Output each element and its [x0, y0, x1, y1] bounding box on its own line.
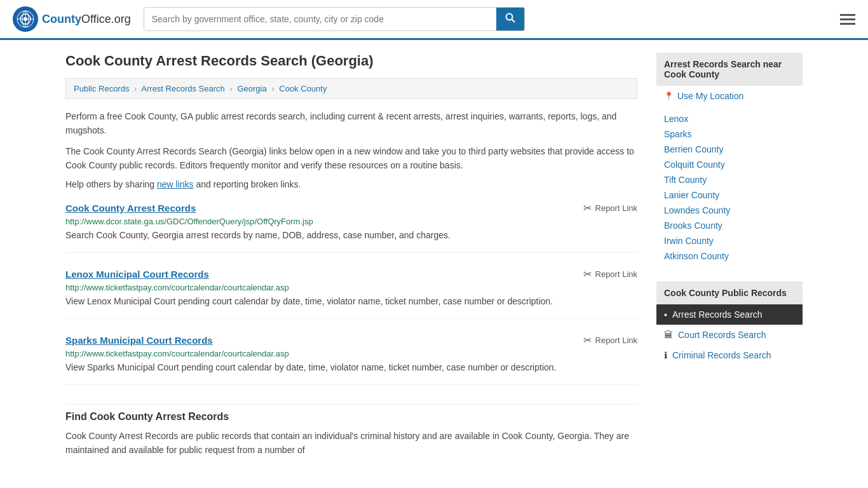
record-item: Lenox Municipal Court Records ✂ Report L…: [65, 268, 637, 319]
record-desc-2: View Sparks Municipal Court pending cour…: [65, 361, 637, 374]
record-url-0[interactable]: http://www.dcor.state.ga.us/GDC/Offender…: [65, 217, 637, 226]
nearby-link-item: Berrien County: [656, 142, 803, 157]
description-1: Perform a free Cook County, GA public ar…: [65, 109, 637, 138]
main-content: Cook County Arrest Records Search (Georg…: [65, 53, 637, 457]
pr-link-1[interactable]: Court Records Search: [678, 330, 766, 340]
nearby-link-item: Colquitt County: [656, 157, 803, 172]
main-layout: Cook County Arrest Records Search (Georg…: [53, 40, 815, 470]
nearby-link-8[interactable]: Irwin County: [664, 236, 714, 246]
nearby-links-list: LenoxSparksBerrien CountyColquitt County…: [656, 106, 803, 269]
nearby-link-item: Sparks: [656, 126, 803, 142]
nearby-link-item: Lowndes County: [656, 203, 803, 218]
breadcrumb-arrest-records[interactable]: Arrest Records Search: [141, 84, 225, 93]
breadcrumb-georgia[interactable]: Georgia: [237, 84, 266, 93]
record-desc-1: View Lenox Municipal Court pending court…: [65, 295, 637, 308]
sidebar: Arrest Records Search near Cook County 📍…: [656, 53, 803, 457]
use-location-label: Use My Location: [677, 91, 743, 101]
nearby-link-7[interactable]: Brooks County: [664, 220, 722, 231]
report-label-2: Report Link: [595, 336, 637, 345]
pr-icon-0: ▪: [664, 309, 667, 320]
menu-button[interactable]: [840, 14, 855, 25]
record-item: Cook County Arrest Records ✂ Report Link…: [65, 202, 637, 253]
nearby-link-item: Irwin County: [656, 233, 803, 248]
find-desc: Cook County Arrest Records are public re…: [65, 429, 637, 458]
page-title: Cook County Arrest Records Search (Georg…: [65, 53, 637, 69]
breadcrumb: Public Records › Arrest Records Search ›…: [65, 78, 637, 99]
nearby-link-6[interactable]: Lowndes County: [664, 205, 730, 215]
help-text: Help others by sharing new links and rep…: [65, 179, 637, 189]
nearby-link-0[interactable]: Lenox: [664, 114, 688, 124]
svg-point-5: [24, 17, 27, 21]
report-icon-1: ✂: [583, 268, 592, 280]
record-title-2[interactable]: Sparks Municipal Court Records: [65, 335, 213, 346]
record-url-1[interactable]: http://www.ticketfastpay.com/courtcalend…: [65, 283, 637, 292]
sidebar-pr-title: Cook County Public Records: [656, 281, 803, 304]
pr-item-2[interactable]: ℹ Criminal Records Search: [656, 345, 803, 365]
record-title-1[interactable]: Lenox Municipal Court Records: [65, 269, 209, 280]
pr-icon-2: ℹ: [664, 350, 667, 360]
nearby-link-item: Brooks County: [656, 218, 803, 233]
search-bar: [144, 7, 525, 31]
new-links[interactable]: new links: [157, 179, 194, 189]
nearby-link-item: Lanier County: [656, 187, 803, 203]
nearby-link-5[interactable]: Lanier County: [664, 190, 719, 200]
description-2: The Cook County Arrest Records Search (G…: [65, 144, 637, 173]
site-header: CountyOffice.org: [0, 0, 868, 40]
breadcrumb-sep-3: ›: [271, 84, 274, 93]
nearby-link-item: Atkinson County: [656, 248, 803, 264]
search-input[interactable]: [144, 8, 496, 30]
pr-item-1[interactable]: 🏛 Court Records Search: [656, 325, 803, 345]
nearby-link-4[interactable]: Tift County: [664, 175, 707, 185]
nearby-link-item: Lenox: [656, 111, 803, 126]
nearby-link-9[interactable]: Atkinson County: [664, 251, 729, 261]
pr-link-0[interactable]: Arrest Records Search: [672, 309, 763, 320]
logo-icon: [13, 6, 38, 32]
nearby-link-1[interactable]: Sparks: [664, 129, 692, 139]
pr-items-list: ▪ Arrest Records Search 🏛 Court Records …: [656, 304, 803, 365]
pr-link-2[interactable]: Criminal Records Search: [672, 350, 771, 360]
report-link-button-1[interactable]: ✂ Report Link: [583, 268, 637, 280]
pr-item-0[interactable]: ▪ Arrest Records Search: [656, 304, 803, 325]
record-header: Cook County Arrest Records ✂ Report Link: [65, 202, 637, 214]
report-link-button-0[interactable]: ✂ Report Link: [583, 202, 637, 214]
logo-text: CountyOffice.org: [42, 13, 131, 26]
record-header: Sparks Municipal Court Records ✂ Report …: [65, 334, 637, 346]
site-logo[interactable]: CountyOffice.org: [13, 6, 131, 32]
report-label-1: Report Link: [595, 269, 637, 279]
record-title-0[interactable]: Cook County Arrest Records: [65, 203, 196, 214]
svg-point-6: [506, 14, 512, 20]
use-my-location[interactable]: 📍 Use My Location: [656, 86, 803, 106]
sidebar-public-records: Cook County Public Records ▪ Arrest Reco…: [656, 281, 803, 365]
record-url-2[interactable]: http://www.ticketfastpay.com/courtcalend…: [65, 349, 637, 358]
pr-icon-1: 🏛: [664, 330, 673, 340]
breadcrumb-sep-2: ›: [229, 84, 232, 93]
records-list: Cook County Arrest Records ✂ Report Link…: [65, 202, 637, 385]
breadcrumb-cook-county[interactable]: Cook County: [279, 84, 327, 93]
find-title: Find Cook County Arrest Records: [65, 404, 637, 423]
record-header: Lenox Municipal Court Records ✂ Report L…: [65, 268, 637, 280]
report-label-0: Report Link: [595, 203, 637, 213]
record-item: Sparks Municipal Court Records ✂ Report …: [65, 334, 637, 385]
sidebar-arrest-records-near: Arrest Records Search near Cook County 📍…: [656, 53, 803, 269]
breadcrumb-public-records[interactable]: Public Records: [74, 84, 129, 93]
nearby-link-3[interactable]: Colquitt County: [664, 159, 725, 170]
find-section: Find Cook County Arrest Records Cook Cou…: [65, 404, 637, 458]
sidebar-arrest-title: Arrest Records Search near Cook County: [656, 53, 803, 86]
svg-line-7: [512, 20, 515, 23]
location-icon: 📍: [664, 92, 674, 100]
search-button[interactable]: [496, 8, 524, 30]
report-icon-2: ✂: [583, 334, 592, 346]
nearby-link-2[interactable]: Berrien County: [664, 144, 723, 154]
report-icon-0: ✂: [583, 202, 592, 214]
nearby-link-item: Tift County: [656, 172, 803, 187]
record-desc-0: Search Cook County, Georgia arrest recor…: [65, 229, 637, 242]
breadcrumb-sep-1: ›: [134, 84, 137, 93]
report-link-button-2[interactable]: ✂ Report Link: [583, 334, 637, 346]
